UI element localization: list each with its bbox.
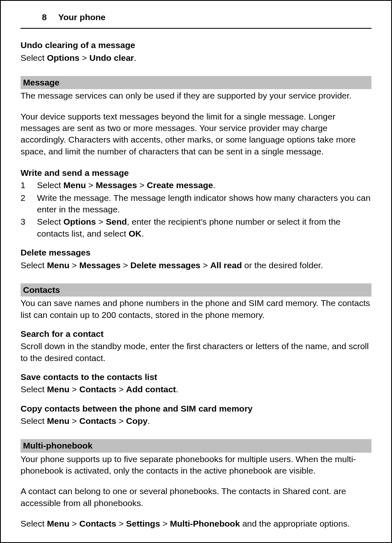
contacts-label: Contacts bbox=[79, 416, 116, 426]
list-item: Write the message. The message length in… bbox=[21, 192, 371, 216]
contacts-intro: You can save names and phone numbers in … bbox=[21, 297, 371, 321]
list-item: Select Menu > Messages > Create message. bbox=[21, 179, 371, 191]
contacts-label: Contacts bbox=[79, 384, 116, 394]
txt: or the desired folder. bbox=[242, 260, 323, 270]
sep: > bbox=[69, 519, 79, 528]
search-title: Search for a contact bbox=[21, 328, 371, 340]
contacts-label: Contacts bbox=[79, 519, 116, 528]
multi-select: Select Menu > Contacts > Settings > Mult… bbox=[21, 518, 371, 529]
undo-text: Select Options > Undo clear. bbox=[21, 52, 371, 64]
sep: > bbox=[116, 384, 126, 394]
ok-label: OK bbox=[129, 229, 142, 238]
menu-label: Menu bbox=[47, 416, 69, 426]
sep: > bbox=[120, 260, 130, 270]
delete-messages-label: Delete messages bbox=[130, 260, 200, 270]
send-label: Send bbox=[106, 217, 127, 226]
copy-title: Copy contacts between the phone and SIM … bbox=[21, 403, 371, 414]
messages-label: Messages bbox=[79, 260, 120, 270]
write-steps: Select Menu > Messages > Create message.… bbox=[21, 179, 371, 239]
page-title: Your phone bbox=[58, 12, 106, 23]
sep: > bbox=[96, 217, 106, 226]
txt: Select bbox=[21, 260, 47, 270]
page-number: 8 bbox=[42, 12, 47, 23]
page-header: 8 Your phone bbox=[21, 1, 371, 29]
txt: . bbox=[134, 53, 136, 62]
delete-text: Select Menu > Messages > Delete messages… bbox=[21, 260, 371, 271]
save-title: Save contacts to the contacts list bbox=[21, 371, 371, 383]
messages-label: Messages bbox=[96, 180, 137, 190]
menu-label: Menu bbox=[63, 180, 86, 190]
txt: . bbox=[148, 416, 150, 426]
page-frame: 8 Your phone Undo clearing of a message … bbox=[0, 0, 392, 543]
message-bar: Message bbox=[21, 76, 371, 89]
create-message-label: Create message bbox=[147, 180, 213, 190]
sep: > bbox=[69, 260, 79, 270]
txt: and the appropriate options. bbox=[240, 519, 350, 528]
sep: > bbox=[69, 416, 79, 426]
message-intro: The message services can only be used if… bbox=[21, 90, 371, 101]
txt: Select bbox=[21, 519, 47, 528]
txt: Select bbox=[21, 53, 47, 62]
multi-intro2: A contact can belong to one or several p… bbox=[21, 485, 371, 509]
contacts-bar: Contacts bbox=[21, 283, 371, 297]
undo-clear-label: Undo clear bbox=[89, 53, 134, 62]
sep: > bbox=[160, 519, 170, 528]
sep: > bbox=[116, 416, 126, 426]
multi-phonebook-label: Multi-Phonebook bbox=[170, 519, 240, 528]
sep: > bbox=[86, 180, 96, 190]
copy-label: Copy bbox=[126, 416, 148, 426]
menu-label: Menu bbox=[47, 519, 69, 528]
all-read-label: All read bbox=[210, 260, 242, 270]
options-label: Options bbox=[47, 53, 79, 62]
sep: > bbox=[137, 180, 147, 190]
copy-text: Select Menu > Contacts > Copy. bbox=[21, 415, 371, 427]
multi-bar: Multi-phonebook bbox=[21, 439, 371, 452]
txt: . bbox=[141, 229, 144, 238]
multi-intro: Your phone supports up to five separate … bbox=[21, 453, 371, 477]
menu-label: Menu bbox=[47, 384, 69, 394]
delete-title: Delete messages bbox=[21, 247, 371, 258]
txt: . bbox=[176, 384, 178, 394]
sep: > bbox=[201, 260, 210, 270]
list-item: Select Options > Send, enter the recipie… bbox=[21, 216, 371, 239]
message-long: Your device supports text messages beyon… bbox=[21, 111, 371, 157]
txt: Select bbox=[21, 384, 47, 394]
sep: > bbox=[116, 519, 126, 528]
undo-title: Undo clearing of a message bbox=[21, 39, 371, 51]
txt: Select bbox=[37, 217, 63, 226]
txt: Select bbox=[21, 416, 47, 426]
settings-label: Settings bbox=[126, 519, 160, 528]
txt: . bbox=[213, 180, 215, 190]
save-text: Select Menu > Contacts > Add contact. bbox=[21, 384, 371, 395]
sep: > bbox=[69, 384, 79, 394]
sep: > bbox=[80, 53, 90, 62]
txt: Select bbox=[37, 180, 63, 190]
search-text: Scroll down in the standby mode, enter t… bbox=[21, 341, 371, 364]
write-title: Write and send a message bbox=[21, 167, 371, 179]
page-content: Undo clearing of a message Select Option… bbox=[1, 39, 391, 529]
add-contact-label: Add contact bbox=[126, 384, 176, 394]
options-label: Options bbox=[63, 217, 96, 226]
menu-label: Menu bbox=[47, 260, 69, 270]
